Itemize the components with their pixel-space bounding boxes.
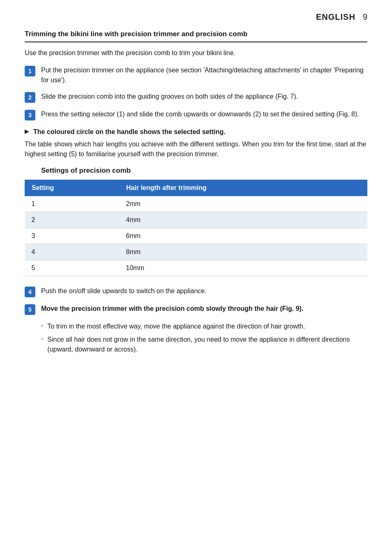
step-2: 2 Slide the precision comb into the guid… (25, 92, 367, 103)
table-cell-hair-length: 10mm (120, 260, 367, 276)
step-1-badge: 1 (25, 66, 35, 76)
table-row: 24mm (25, 212, 367, 228)
step-1: 1 Put the precision trimmer on the appli… (25, 65, 367, 85)
table-cell-hair-length: 8mm (120, 244, 367, 260)
step-1-text: Put the precision trimmer on the applian… (41, 65, 367, 85)
bullet-triangle-icon: ▶ (25, 128, 29, 134)
step-3: 3 Press the setting selector (1) and sli… (25, 109, 367, 120)
table-header-hair-length: Hair length after trimming (120, 180, 367, 196)
step-4-badge: 4 (25, 287, 35, 297)
table-row: 36mm (25, 228, 367, 244)
page-header: ENGLISH 9 (25, 12, 367, 22)
step-3-badge: 3 (25, 110, 35, 120)
table-cell-setting: 1 (25, 196, 120, 212)
table-cell-hair-length: 4mm (120, 212, 367, 228)
table-cell-hair-length: 6mm (120, 228, 367, 244)
table-body: 12mm24mm36mm48mm510mm (25, 196, 367, 276)
step-5-text: Move the precision trimmer with the prec… (41, 304, 303, 314)
table-row: 48mm (25, 244, 367, 260)
dash-symbol: - (41, 322, 43, 329)
table-header-setting: Setting (25, 180, 120, 196)
step-4-text: Push the on/off slide upwards to switch … (41, 286, 207, 296)
bullet-note-text: The coloured circle on the handle shows … (33, 127, 226, 137)
info-text: The table shows which hair lengths you a… (25, 139, 367, 159)
step-5-badge: 5 (25, 304, 35, 315)
steps-container: 1 Put the precision trimmer on the appli… (25, 65, 367, 120)
steps-continued-container: 4 Push the on/off slide upwards to switc… (25, 286, 367, 315)
table-cell-setting: 2 (25, 212, 120, 228)
step-4: 4 Push the on/off slide upwards to switc… (25, 286, 367, 297)
table-cell-hair-length: 2mm (120, 196, 367, 212)
table-header-row: Setting Hair length after trimming (25, 180, 367, 196)
dash-list: -To trim in the most effective way, move… (41, 322, 367, 354)
step-5: 5 Move the precision trimmer with the pr… (25, 304, 367, 315)
section-title: Trimming the bikini line with precision … (25, 30, 367, 42)
page-number: 9 (363, 12, 367, 22)
table-row: 12mm (25, 196, 367, 212)
table-cell-setting: 3 (25, 228, 120, 244)
step-3-text: Press the setting selector (1) and slide… (41, 109, 359, 119)
intro-text: Use the precision trimmer with the preci… (25, 48, 367, 58)
table-row: 510mm (25, 260, 367, 276)
dash-item: -To trim in the most effective way, move… (41, 322, 367, 331)
table-cell-setting: 5 (25, 260, 120, 276)
table-cell-setting: 4 (25, 244, 120, 260)
bullet-note-row: ▶ The coloured circle on the handle show… (25, 127, 367, 137)
settings-table: Setting Hair length after trimming 12mm2… (25, 180, 367, 276)
dash-item: -Since all hair does not grow in the sam… (41, 335, 367, 354)
step-2-text: Slide the precision comb into the guidin… (41, 92, 298, 102)
language-label: ENGLISH (316, 12, 355, 22)
dash-item-text: Since all hair does not grow in the same… (47, 335, 367, 354)
dash-symbol: - (41, 335, 43, 342)
step-2-badge: 2 (25, 92, 35, 103)
dash-item-text: To trim in the most effective way, move … (47, 322, 305, 331)
subsection-title: Settings of precision comb (41, 167, 367, 175)
